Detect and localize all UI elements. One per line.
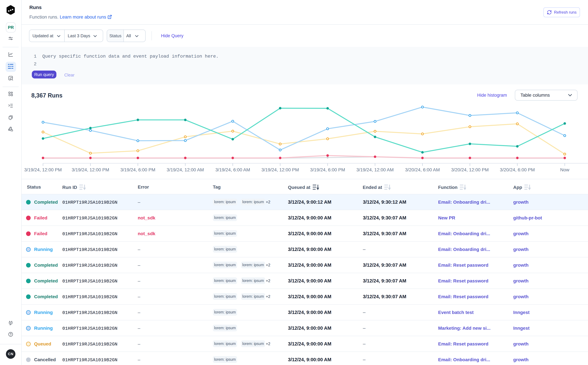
svg-text:3/20/24, 6:00 PM: 3/20/24, 6:00 PM <box>500 167 535 172</box>
svg-text:3/20/24, 6:00 AM: 3/20/24, 6:00 AM <box>405 167 440 172</box>
svg-text:3/19/24, 12:00 PM: 3/19/24, 12:00 PM <box>261 167 299 172</box>
svg-text:3/20/24, 12:00 PM: 3/20/24, 12:00 PM <box>451 167 489 172</box>
svg-text:3/19/24, 12:00 AM: 3/19/24, 12:00 AM <box>356 167 394 172</box>
svg-text:3/19/24, 12:00 PM: 3/19/24, 12:00 PM <box>72 167 109 172</box>
svg-text:3/19/24, 6:00 PM: 3/19/24, 6:00 PM <box>120 167 155 172</box>
svg-text:Now: Now <box>560 167 569 172</box>
svg-text:3/19/24, 12:00 PM: 3/19/24, 12:00 PM <box>24 167 62 172</box>
svg-text:3/19/24, 6:00 PM: 3/19/24, 6:00 PM <box>310 167 345 172</box>
svg-text:3/19/24, 6:00 AM: 3/19/24, 6:00 AM <box>215 167 250 172</box>
svg-text:3/19/24, 12:00 AM: 3/19/24, 12:00 AM <box>167 167 204 172</box>
